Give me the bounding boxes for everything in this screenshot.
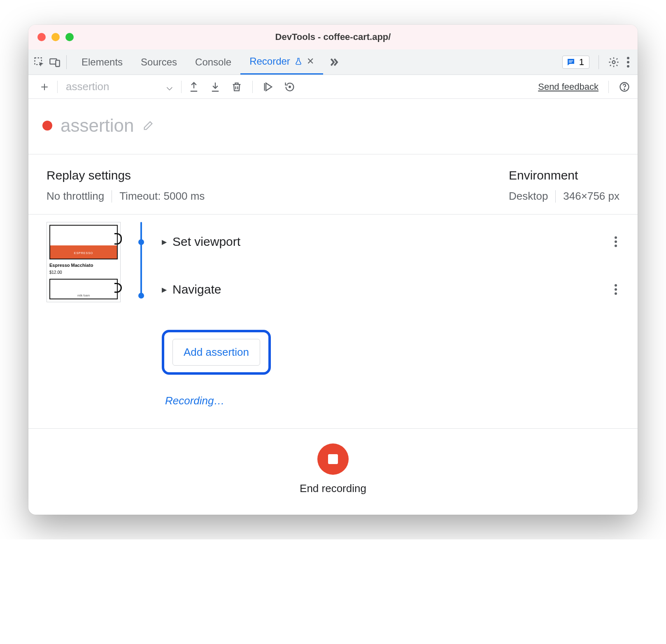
title-bar: DevTools - coffee-cart.app/ [28, 25, 638, 49]
issues-count: 1 [579, 57, 584, 68]
edit-name-icon[interactable] [142, 120, 154, 131]
tab-console[interactable]: Console [186, 49, 240, 75]
recording-select[interactable]: assertion ⌵ [62, 80, 177, 93]
recorder-toolbar: ＋ assertion ⌵ Send feedback [28, 75, 638, 99]
step-navigate[interactable]: ▶ Navigate [162, 270, 619, 309]
footer: End recording [28, 429, 638, 515]
expand-icon: ▶ [162, 238, 167, 246]
timeline: ESPRESSO Espresso Macchiato $12.00 milk … [28, 215, 638, 429]
import-icon[interactable] [210, 81, 221, 93]
tabs-overflow-icon[interactable] [323, 49, 345, 75]
add-assertion-button[interactable]: Add assertion [172, 339, 260, 366]
chat-icon [566, 57, 576, 67]
recording-indicator-icon [42, 121, 52, 131]
tab-sources[interactable]: Sources [132, 49, 186, 75]
add-assertion-highlight: Add assertion [162, 330, 271, 375]
settings-row: Replay settings No throttling Timeout: 5… [28, 154, 638, 215]
throttling-value[interactable]: No throttling [47, 190, 104, 203]
dimensions-value: 346×756 px [563, 190, 619, 203]
svg-point-8 [624, 89, 625, 89]
svg-rect-3 [569, 61, 573, 61]
tab-elements[interactable]: Elements [72, 49, 132, 75]
send-feedback-link[interactable]: Send feedback [538, 82, 598, 92]
recording-name: assertion [61, 115, 134, 136]
inspect-icon[interactable] [33, 56, 45, 68]
chevron-down-icon: ⌵ [166, 80, 173, 93]
expand-icon: ▶ [162, 286, 167, 294]
svg-rect-4 [569, 62, 572, 63]
export-icon[interactable] [188, 81, 200, 93]
screenshot-thumbnail[interactable]: ESPRESSO Espresso Macchiato $12.00 milk … [47, 222, 121, 412]
device-value: Desktop [509, 190, 548, 203]
svg-point-6 [289, 86, 291, 88]
issues-badge[interactable]: 1 [562, 56, 589, 69]
new-recording-button[interactable]: ＋ [36, 78, 53, 95]
flask-icon [294, 57, 303, 65]
more-menu-icon[interactable] [627, 57, 629, 68]
recording-title-row: assertion [28, 99, 638, 154]
close-tab-icon[interactable]: ✕ [307, 56, 314, 67]
timeout-value[interactable]: Timeout: 5000 ms [119, 190, 205, 203]
svg-point-5 [612, 61, 615, 63]
environment-settings: Environment Desktop 346×756 px [509, 168, 619, 203]
replay-settings: Replay settings No throttling Timeout: 5… [47, 168, 205, 203]
timeline-rail [133, 222, 149, 412]
replay-icon[interactable] [263, 81, 274, 93]
delete-icon[interactable] [231, 81, 242, 93]
step-icon[interactable] [284, 81, 296, 93]
svg-rect-2 [56, 60, 59, 66]
step-menu-icon[interactable] [615, 236, 619, 247]
devtools-window: DevTools - coffee-cart.app/ Elements Sou… [28, 25, 638, 515]
window-title: DevTools - coffee-cart.app/ [28, 32, 638, 42]
tabstrip: Elements Sources Console Recorder ✕ 1 [28, 49, 638, 75]
recording-status: Recording… [165, 394, 619, 407]
step-menu-icon[interactable] [615, 284, 619, 295]
stop-icon [328, 454, 338, 464]
tab-recorder[interactable]: Recorder ✕ [240, 49, 323, 75]
settings-icon[interactable] [608, 56, 619, 68]
end-recording-label: End recording [300, 482, 366, 495]
help-icon[interactable] [619, 81, 630, 93]
step-set-viewport[interactable]: ▶ Set viewport [162, 222, 619, 261]
end-recording-button[interactable] [317, 443, 349, 475]
device-toolbar-icon[interactable] [49, 56, 61, 68]
